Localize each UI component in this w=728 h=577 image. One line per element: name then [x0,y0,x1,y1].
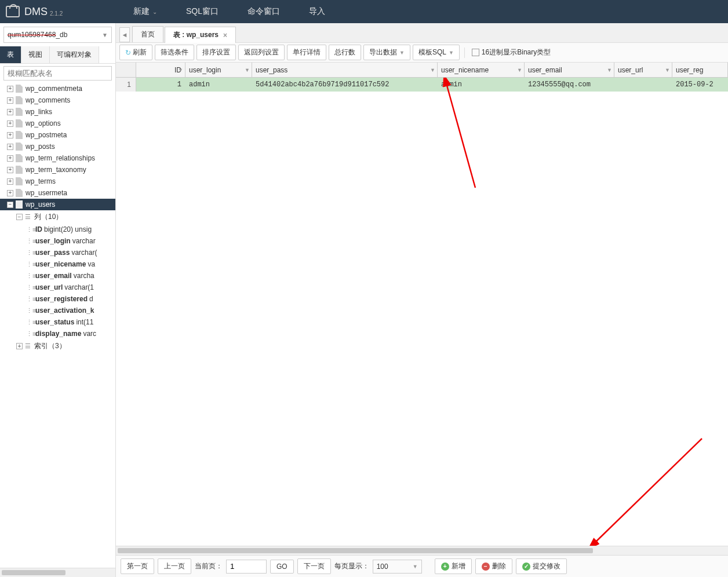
col-header-user_reg[interactable]: user_reg [672,63,728,77]
refresh-icon: ↻ [125,49,131,57]
hex-display-checkbox[interactable]: 16进制显示Binary类型 [472,48,551,57]
checkbox-icon [472,49,479,56]
table-filter-input[interactable] [3,66,112,81]
column-icon: ⋮≡ [26,272,33,280]
column-icon: ⋮≡ [26,295,33,303]
row-detail-button[interactable]: 单行详情 [287,45,326,60]
table-icon [16,108,23,116]
col-header-user_url[interactable]: user_url▼ [614,63,672,77]
column-user_email[interactable]: ⋮≡user_emailvarcha [0,270,115,282]
cloud-db-icon [6,6,20,17]
tab-scroll-left[interactable]: ◄ [119,27,130,42]
filter-dropdown-icon[interactable]: ▼ [245,67,250,73]
next-page-button[interactable]: 下一页 [297,558,331,574]
app-name: DMS [24,6,48,18]
grid-horizontal-scrollbar[interactable] [116,546,728,555]
tree-item-wp_links[interactable]: +wp_links [0,106,115,118]
export-button[interactable]: 导出数据▼ [363,45,410,60]
tree-item-wp_postmeta[interactable]: +wp_postmeta [0,129,115,141]
filter-dropdown-icon[interactable]: ▼ [665,67,670,73]
tree-item-wp_usermeta[interactable]: +wp_usermeta [0,187,115,199]
cell-user_pass[interactable]: 5d41402abc4b2a76b9719d911017c592 [252,78,438,92]
tree-item-wp_term_taxonomy[interactable]: +wp_term_taxonomy [0,164,115,176]
filter-dropdown-icon[interactable]: ▼ [178,67,183,73]
cell-user_reg[interactable]: 2015-09-2 [672,78,728,92]
menu-sql[interactable]: SQL窗口 [172,6,233,17]
filter-dropdown-icon[interactable]: ▼ [430,67,435,73]
commit-button[interactable]: ✓提交修改 [516,558,567,574]
table-icon [16,119,23,127]
tab-home[interactable]: 首页 [132,26,163,42]
annotation-arrow-1 [325,78,487,193]
sidebar-tabs: 表 视图 可编程对象 [0,46,115,64]
col-header-user_pass[interactable]: user_pass▼ [252,63,438,77]
column-user_status[interactable]: ⋮≡user_statusint(11 [0,316,115,328]
sidebar-horizontal-scrollbar[interactable] [0,568,115,577]
prev-page-button[interactable]: 上一页 [158,558,191,574]
cell-user_login[interactable]: admin [185,78,252,92]
sidebar-tab-table[interactable]: 表 [0,46,21,63]
sort-button[interactable]: 排序设置 [196,45,236,60]
sidebar-tab-programmable[interactable]: 可编程对象 [50,46,99,63]
chevron-down-icon: ⌄ [152,9,157,15]
menu-new[interactable]: 新建⌄ [119,6,172,17]
tree-item-wp_comments[interactable]: +wp_comments [0,94,115,106]
header: DMS 2.1.2 新建⌄ SQL窗口 命令窗口 导入 [0,0,728,23]
add-row-button[interactable]: +新增 [435,558,472,574]
svg-line-0 [446,83,475,188]
column-user_activation_key[interactable]: ⋮≡user_activation_k [0,305,115,316]
list-icon: ☰ [25,342,32,350]
tree-item-wp_users[interactable]: −wp_users [0,199,115,210]
data-grid: ID▼ user_login▼ user_pass▼ user_nicename… [116,63,728,555]
col-header-ID[interactable]: ID▼ [136,63,185,77]
close-icon[interactable]: × [223,31,227,39]
col-header-user_email[interactable]: user_email▼ [525,63,614,77]
column-ID[interactable]: ⋮≡IDbigint(20) unsig [0,224,115,235]
toolbar: ↻刷新 筛选条件 排序设置 返回列设置 单行详情 总行数 导出数据▼ 模板SQL… [116,43,728,63]
col-header-user_login[interactable]: user_login▼ [185,63,252,77]
cell-ID[interactable]: 1 [136,78,185,92]
tree-item-wp_posts[interactable]: +wp_posts [0,141,115,152]
cell-user_email[interactable]: 12345555@qq.com [525,78,614,92]
table-icon [16,166,23,174]
menu-cmd[interactable]: 命令窗口 [233,6,294,17]
column-user_registered[interactable]: ⋮≡user_registeredd [0,293,115,305]
column-user_pass[interactable]: ⋮≡user_passvarchar( [0,247,115,258]
return-columns-button[interactable]: 返回列设置 [238,45,285,60]
table-icon [16,96,23,104]
indexes-folder[interactable]: +☰索引（3） [0,339,115,353]
column-display_name[interactable]: ⋮≡display_namevarc [0,328,115,339]
cell-user_nicename[interactable]: admin [438,78,525,92]
sidebar-tab-view[interactable]: 视图 [21,46,50,63]
column-icon: ⋮≡ [26,261,33,268]
column-user_login[interactable]: ⋮≡user_loginvarchar [0,235,115,247]
database-selector[interactable]: qum105987468_db ▼ [3,27,112,43]
refresh-button[interactable]: ↻刷新 [119,45,152,60]
filter-button[interactable]: 筛选条件 [155,45,194,60]
table-row[interactable]: 1 1 admin 5d41402abc4b2a76b9719d911017c5… [116,78,728,92]
column-user_url[interactable]: ⋮≡user_urlvarchar(1 [0,282,115,293]
tree-item-wp_commentmeta[interactable]: +wp_commentmeta [0,83,115,94]
menu-import[interactable]: 导入 [294,6,340,17]
delete-row-button[interactable]: −删除 [475,558,512,574]
filter-dropdown-icon[interactable]: ▼ [517,67,522,73]
column-user_nicename[interactable]: ⋮≡user_nicenameva [0,258,115,270]
columns-folder[interactable]: −☰列（10） [0,210,115,224]
tree-item-wp_terms[interactable]: +wp_terms [0,176,115,187]
template-sql-button[interactable]: 模板SQL▼ [413,45,460,60]
table-icon [16,131,23,139]
tree-item-wp_options[interactable]: +wp_options [0,118,115,129]
table-icon [16,200,23,209]
tab-wp_users[interactable]: 表 : wp_users× [165,27,236,43]
table-icon [16,189,23,197]
first-page-button[interactable]: 第一页 [121,558,154,574]
col-header-user_nicename[interactable]: user_nicename▼ [438,63,525,77]
go-button[interactable]: GO [270,560,294,574]
filter-dropdown-icon[interactable]: ▼ [607,67,612,73]
per-page-select[interactable]: 100▼ [373,560,422,574]
tree-item-wp_term_relationships[interactable]: +wp_term_relationships [0,152,115,164]
cell-user_url[interactable] [614,78,672,92]
current-page-input[interactable] [226,560,267,574]
app-version: 2.1.2 [50,10,63,17]
row-count-button[interactable]: 总行数 [329,45,361,60]
